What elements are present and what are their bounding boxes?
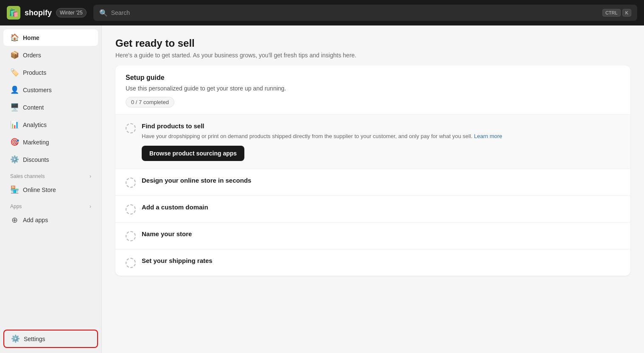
- products-icon: 🏷️: [10, 68, 19, 77]
- step-check-design-store: [126, 178, 136, 188]
- sidebar-item-home-label: Home: [23, 34, 39, 41]
- content-area: Get ready to sell Here's a guide to get …: [102, 25, 644, 353]
- chevron-right-icon: ›: [90, 173, 91, 179]
- online-store-icon: 🏪: [10, 185, 19, 194]
- browse-sourcing-apps-button[interactable]: Browse product sourcing apps: [142, 146, 244, 161]
- setup-item-content-find-products: Find products to sell Have your dropship…: [142, 122, 620, 161]
- setup-guide-card: Setup guide Use this personalized guide …: [115, 65, 630, 276]
- sidebar-item-content[interactable]: 🖥️ Content: [3, 99, 98, 116]
- sidebar-item-settings-label: Settings: [24, 336, 45, 342]
- settings-icon: ⚙️: [11, 334, 20, 343]
- sidebar-item-content-label: Content: [23, 104, 44, 111]
- setup-item-title-find-products: Find products to sell: [142, 122, 620, 130]
- add-apps-icon: ⊕: [10, 215, 19, 225]
- sidebar-item-analytics[interactable]: 📊 Analytics: [3, 116, 98, 133]
- setup-item-desc-find-products: Have your dropshipping or print on deman…: [142, 132, 620, 141]
- setup-guide-description: Use this personalized guide to get your …: [126, 85, 620, 92]
- sidebar-item-analytics-label: Analytics: [23, 121, 47, 128]
- search-placeholder: Search: [111, 9, 130, 16]
- search-shortcut: CTRL K: [602, 9, 631, 17]
- sales-channels-label: Sales channels: [10, 173, 45, 179]
- search-icon: 🔍: [99, 9, 108, 17]
- setup-item-title-shipping-rates: Set your shipping rates: [142, 257, 620, 264]
- home-icon: 🏠: [10, 33, 19, 42]
- sidebar-item-orders-label: Orders: [23, 52, 41, 59]
- setup-item-shipping-rates[interactable]: Set your shipping rates: [115, 249, 630, 276]
- page-title: Get ready to sell: [115, 37, 630, 49]
- winter-badge: Winter '25: [56, 8, 87, 17]
- progress-text: 0 / 7 completed: [131, 99, 169, 105]
- settings-wrapper: ⚙️ Settings: [3, 330, 98, 348]
- page-subtitle: Here's a guide to get started. As your b…: [115, 52, 630, 59]
- sidebar-item-customers[interactable]: 👤 Customers: [3, 82, 98, 98]
- main-layout: 🏠 Home 📦 Orders 🏷️ Products 👤 Customers …: [0, 25, 644, 353]
- setup-guide-title: Setup guide: [126, 74, 620, 82]
- shopify-logo-icon: 🛍️: [7, 6, 20, 20]
- logo-area: 🛍️ shopify Winter '25: [7, 6, 87, 20]
- setup-item-custom-domain[interactable]: Add a custom domain: [115, 195, 630, 222]
- setup-item-design-store[interactable]: Design your online store in seconds: [115, 169, 630, 195]
- sidebar-item-marketing[interactable]: 🎯 Marketing: [3, 134, 98, 150]
- analytics-icon: 📊: [10, 120, 19, 129]
- sidebar-item-settings[interactable]: ⚙️ Settings: [4, 330, 97, 347]
- setup-item-content-custom-domain: Add a custom domain: [142, 203, 620, 213]
- sidebar-item-customers-label: Customers: [23, 87, 52, 93]
- setup-item-title-name-store: Name your store: [142, 230, 620, 237]
- sidebar-item-products-label: Products: [23, 69, 46, 76]
- apps-label: Apps: [10, 203, 22, 209]
- progress-badge: 0 / 7 completed: [126, 97, 174, 107]
- sidebar-item-discounts[interactable]: ⚙️ Discounts: [3, 151, 98, 168]
- setup-item-content-name-store: Name your store: [142, 230, 620, 240]
- setup-item-title-design-store: Design your online store in seconds: [142, 177, 620, 184]
- sidebar-item-orders[interactable]: 📦 Orders: [3, 47, 98, 63]
- setup-card-header: Setup guide Use this personalized guide …: [115, 65, 630, 114]
- sidebar: 🏠 Home 📦 Orders 🏷️ Products 👤 Customers …: [0, 25, 102, 353]
- step-check-custom-domain: [126, 204, 136, 215]
- k-key: K: [622, 9, 631, 17]
- content-icon: 🖥️: [10, 103, 19, 112]
- topbar: 🛍️ shopify Winter '25 🔍 Search CTRL K: [0, 0, 644, 25]
- sidebar-item-home[interactable]: 🏠 Home: [3, 29, 98, 46]
- step-check-find-products: [126, 123, 136, 133]
- setup-item-find-products[interactable]: Find products to sell Have your dropship…: [115, 114, 630, 169]
- sidebar-item-online-store-label: Online Store: [23, 186, 56, 193]
- setup-item-title-custom-domain: Add a custom domain: [142, 203, 620, 211]
- logo-text: shopify: [25, 8, 52, 17]
- page-header: Get ready to sell Here's a guide to get …: [102, 25, 644, 65]
- setup-item-content-design-store: Design your online store in seconds: [142, 177, 620, 186]
- sales-channels-section: Sales channels ›: [0, 168, 101, 181]
- setup-item-name-store[interactable]: Name your store: [115, 222, 630, 249]
- discounts-icon: ⚙️: [10, 155, 19, 164]
- search-bar[interactable]: 🔍 Search CTRL K: [93, 5, 637, 21]
- marketing-icon: 🎯: [10, 138, 19, 147]
- sidebar-item-online-store[interactable]: 🏪 Online Store: [3, 181, 98, 198]
- setup-item-content-shipping-rates: Set your shipping rates: [142, 257, 620, 267]
- ctrl-key: CTRL: [602, 9, 621, 17]
- sidebar-item-marketing-label: Marketing: [23, 139, 49, 146]
- customers-icon: 👤: [10, 85, 19, 94]
- step-check-name-store: [126, 231, 136, 241]
- apps-section: Apps ›: [0, 198, 101, 211]
- apps-chevron-right-icon: ›: [90, 203, 91, 209]
- orders-icon: 📦: [10, 51, 19, 59]
- sidebar-item-add-apps-label: Add apps: [23, 217, 48, 223]
- learn-more-link[interactable]: Learn more: [474, 133, 502, 139]
- sidebar-item-add-apps[interactable]: ⊕ Add apps: [3, 212, 98, 229]
- step-check-shipping-rates: [126, 258, 136, 268]
- sidebar-item-discounts-label: Discounts: [23, 156, 49, 163]
- sidebar-item-products[interactable]: 🏷️ Products: [3, 64, 98, 81]
